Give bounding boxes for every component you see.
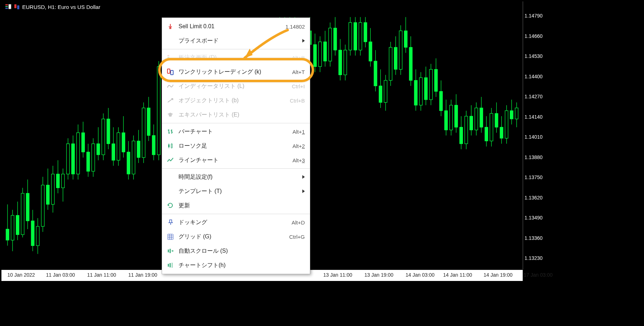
svg-rect-139 [339,50,342,75]
menu-separator [162,49,310,49]
svg-rect-5 [17,5,19,9]
trend-icon [166,96,175,105]
svg-rect-4 [14,4,16,8]
svg-rect-39 [87,152,89,171]
svg-rect-199 [490,113,493,141]
menu-refresh[interactable]: 更新 [162,198,310,213]
menu-one-click-trading[interactable]: ワンクリックトレーディング (k) Alt+T [162,65,310,79]
price-tick: 1.13230 [523,255,557,261]
svg-rect-167 [409,47,412,80]
svg-rect-215 [171,70,173,75]
svg-rect-212 [167,57,169,58]
svg-rect-163 [399,31,402,69]
sell-limit-label: Sell Limit 0.01 [179,23,286,30]
time-tick: 13 Jan 11:00 [323,272,352,278]
svg-rect-201 [495,113,498,127]
svg-rect-63 [147,108,150,135]
priceboard-label: プライスボード [179,37,302,45]
chartshift-icon [166,261,175,270]
submenu-arrow-icon [302,39,305,43]
menu-timeframe[interactable]: 時間足設定(f) [162,170,310,184]
svg-rect-147 [359,23,362,50]
svg-rect-27 [57,174,59,188]
svg-rect-3 [9,4,11,9]
depth-icon [166,53,175,62]
svg-rect-33 [72,144,74,174]
svg-rect-31 [67,144,69,174]
svg-rect-171 [419,78,422,105]
price-tick: 1.14140 [523,114,557,120]
svg-rect-133 [323,42,326,61]
svg-rect-143 [349,23,352,50]
svg-rect-153 [374,61,377,86]
one-click-icon [14,4,20,10]
menu-priceboard[interactable]: プライスボード [162,34,310,48]
price-tick: 1.13880 [523,154,557,160]
menu-bar-chart[interactable]: バーチャート Alt+1 [162,124,310,139]
menu-indicators: インディケータリスト (L) Ctrl+I [162,79,310,93]
grid-icon [166,232,175,241]
svg-rect-214 [167,69,170,73]
svg-rect-211 [167,55,169,56]
candle-icon [166,141,175,150]
bar-chart-icon [166,127,175,136]
svg-rect-191 [470,116,473,130]
svg-rect-177 [434,69,437,92]
time-tick: 11 Jan 19:00 [128,272,157,278]
svg-rect-41 [92,144,94,171]
menu-chartshift[interactable]: チャートシフト(h) [162,258,310,272]
menu-line-chart[interactable]: ラインチャート Alt+3 [162,153,310,167]
menu-sell-limit[interactable]: Sell Limit 0.01 1.14802 [162,19,310,34]
svg-rect-155 [379,86,382,102]
chart-window[interactable]: EURUSD, H1: Euro vs US Dollar 1.147901.1… [0,0,558,282]
svg-rect-67 [157,66,160,155]
menu-grid[interactable]: グリッド (G) Ctrl+G [162,229,310,244]
menu-separator [162,214,310,214]
time-tick: 11 Jan 11:00 [87,272,116,278]
svg-rect-222 [168,264,169,267]
svg-rect-169 [414,80,417,105]
svg-rect-9 [11,215,14,240]
svg-rect-47 [107,119,110,144]
price-tick: 1.14660 [523,33,557,39]
svg-rect-49 [112,144,115,160]
svg-rect-189 [465,116,468,144]
menu-depth[interactable]: 板注文画面 (D) Alt+B [162,50,310,65]
svg-rect-220 [168,250,169,252]
menu-objects: オブジェクトリスト (b) Ctrl+B [162,93,310,108]
time-tick: 14 Jan 03:00 [406,272,435,278]
menu-template[interactable]: テンプレート (T) [162,184,310,198]
menu-autoscroll[interactable]: 自動スクロール (S) [162,244,310,258]
one-click-icon [166,67,175,76]
price-axis: 1.147901.146601.145301.144001.142701.141… [523,1,557,270]
svg-rect-129 [313,45,316,67]
svg-rect-7 [6,229,9,240]
svg-rect-187 [460,127,463,144]
svg-rect-165 [404,31,407,47]
svg-rect-221 [170,249,171,253]
menu-separator [162,123,310,123]
svg-rect-15 [26,193,29,221]
svg-rect-25 [52,174,54,204]
svg-rect-209 [515,108,518,119]
svg-rect-55 [127,152,130,174]
svg-rect-159 [389,47,392,80]
svg-rect-137 [334,28,337,50]
menu-docking[interactable]: ドッキング Alt+D [162,215,310,229]
svg-rect-13 [21,193,24,235]
svg-rect-135 [328,28,331,61]
shortcut-alt1: Alt+1 [292,129,305,135]
refresh-icon [166,201,175,210]
svg-rect-65 [152,135,155,155]
autoscroll-icon [166,246,175,256]
time-tick: 14 Jan 19:00 [484,272,513,278]
svg-rect-23 [46,185,49,204]
time-tick: 11 Jan 03:00 [46,272,75,278]
svg-rect-61 [142,108,145,158]
menu-candle-chart[interactable]: ローソク足 Alt+2 [162,139,310,153]
svg-rect-57 [132,141,135,174]
svg-rect-203 [500,127,503,138]
svg-rect-197 [485,127,488,141]
one-click-label: ワンクリックトレーディング (k) [179,68,292,76]
price-tick: 1.14790 [523,13,557,19]
